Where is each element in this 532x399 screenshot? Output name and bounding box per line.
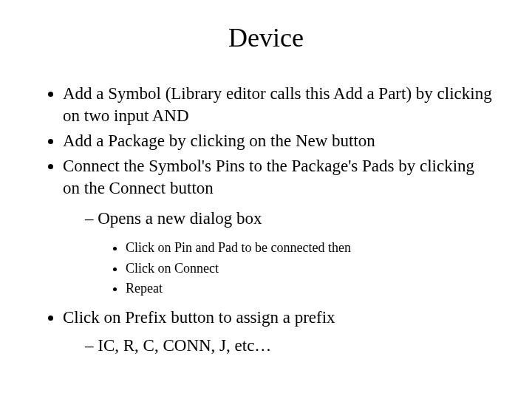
list-item-text: Connect the Symbol's Pins to the Package… bbox=[63, 157, 474, 197]
list-item: Click on Prefix button to assign a prefi… bbox=[63, 307, 495, 357]
list-item: Connect the Symbol's Pins to the Package… bbox=[63, 155, 495, 298]
list-item: Click on Pin and Pad to be connected the… bbox=[126, 239, 495, 257]
list-item: Repeat bbox=[126, 279, 495, 298]
list-item-text: Click on Prefix button to assign a prefi… bbox=[63, 308, 335, 327]
bullet-list-level3: Click on Pin and Pad to be connected the… bbox=[85, 239, 495, 298]
list-item-text: Opens a new dialog box bbox=[98, 209, 262, 228]
bullet-list-level1: Add a Symbol (Library editor calls this … bbox=[37, 83, 495, 357]
bullet-list-level2: IC, R, C, CONN, J, etc… bbox=[63, 335, 495, 357]
list-item: Add a Package by clicking on the New but… bbox=[63, 130, 495, 152]
slide-title: Device bbox=[37, 22, 495, 53]
list-item: IC, R, C, CONN, J, etc… bbox=[85, 335, 495, 357]
bullet-list-level2: Opens a new dialog box Click on Pin and … bbox=[63, 208, 495, 297]
list-item: Add a Symbol (Library editor calls this … bbox=[63, 83, 495, 127]
list-item: Opens a new dialog box Click on Pin and … bbox=[85, 208, 495, 297]
list-item-text: IC, R, C, CONN, J, etc… bbox=[98, 336, 271, 355]
list-item: Click on Connect bbox=[126, 259, 495, 278]
